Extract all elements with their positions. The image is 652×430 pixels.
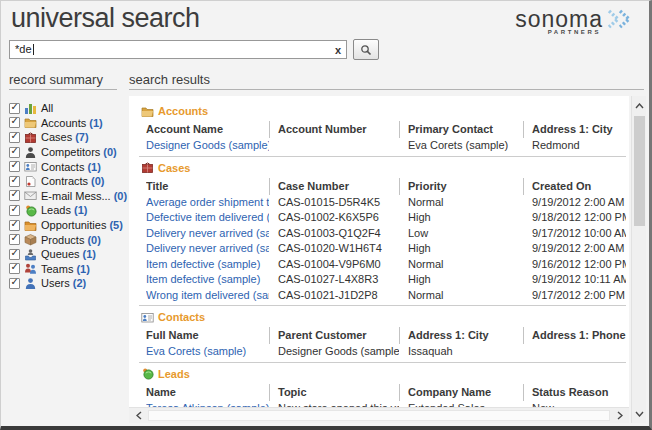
section-title: Cases xyxy=(158,162,190,174)
result-cell: Normal xyxy=(399,257,523,273)
sidebar-item-count: (0) xyxy=(87,234,100,246)
horizontal-scrollbar[interactable] xyxy=(129,407,629,423)
sidebar-item-products[interactable]: Products (0) xyxy=(9,232,127,247)
search-query-text: *de xyxy=(15,43,32,55)
users-checkbox[interactable] xyxy=(9,278,20,289)
queues-icon xyxy=(24,248,37,261)
result-cell: CAS-01021-J1D2P8 xyxy=(269,288,399,304)
logo-text: sonoma xyxy=(515,8,603,30)
email-icon xyxy=(24,189,37,202)
teams-checkbox[interactable] xyxy=(9,263,20,274)
sidebar-item-accounts[interactable]: Accounts (1) xyxy=(9,116,127,131)
products-icon xyxy=(24,233,37,246)
users-icon xyxy=(24,277,37,290)
queues-checkbox[interactable] xyxy=(9,249,20,260)
record-summary-heading: record summary xyxy=(9,72,103,87)
sidebar-item-contracts[interactable]: Contracts (0) xyxy=(9,174,127,189)
sidebar-item-label: Queues xyxy=(41,248,80,260)
result-cell xyxy=(523,344,626,360)
sidebar-item-leads[interactable]: Leads (1) xyxy=(9,203,127,218)
result-link[interactable]: Delivery never arrived (sample) xyxy=(146,241,269,257)
sidebar-item-label: Cases xyxy=(41,131,72,143)
cases-icon xyxy=(24,131,37,144)
sidebar-item-label: Contacts xyxy=(41,161,84,173)
result-cell: CAS-01020-W1H6T4 xyxy=(269,241,399,257)
column-header: Address 1: City xyxy=(523,121,626,138)
result-cell: CAS-01015-D5R4K5 xyxy=(269,195,399,211)
result-cell: Designer Goods (sample) xyxy=(269,344,399,360)
result-link[interactable]: Item defective (sample) xyxy=(146,257,269,273)
cases-checkbox[interactable] xyxy=(9,132,20,143)
scroll-up-icon[interactable] xyxy=(632,98,647,113)
result-cell: CAS-01002-K6X5P6 xyxy=(269,210,399,226)
vertical-scrollbar[interactable] xyxy=(631,96,646,423)
leads-icon xyxy=(24,204,37,217)
search-results-panel: Accounts Account Name Account Number Pri… xyxy=(129,96,629,407)
competitors-checkbox[interactable] xyxy=(9,147,20,158)
sidebar-item-label: Teams xyxy=(41,263,73,275)
sidebar-item-users[interactable]: Users (2) xyxy=(9,276,127,291)
cases-section: Cases Title Case Number Priority Created… xyxy=(139,160,626,307)
result-cell: High xyxy=(399,210,523,226)
sidebar-item-label: Accounts xyxy=(41,117,86,129)
result-cell: 9/19/2012 10:11 AM xyxy=(523,272,626,288)
vertical-scroll-thumb[interactable] xyxy=(634,116,645,226)
opportunities-icon xyxy=(24,219,37,232)
result-link[interactable]: Defective item delivered (sample) xyxy=(146,210,269,226)
all-records-icon xyxy=(24,102,37,115)
result-cell: High xyxy=(399,241,523,257)
contacts-checkbox[interactable] xyxy=(9,161,20,172)
sidebar-item-contacts[interactable]: Contacts (1) xyxy=(9,159,127,174)
sidebar-item-label: E-mail Mess... xyxy=(41,190,111,202)
accounts-grid: Account Name Account Number Primary Cont… xyxy=(146,121,626,154)
sidebar-item-queues[interactable]: Queues (1) xyxy=(9,247,127,262)
app-window: universal search sonoma PARTNERS *de x r… xyxy=(0,0,652,430)
column-header: Status Reason xyxy=(523,384,626,401)
opportunities-checkbox[interactable] xyxy=(9,220,20,231)
result-link[interactable]: Delivery never arrived (sample) xyxy=(146,226,269,242)
result-link[interactable]: Item defective (sample) xyxy=(146,272,269,288)
contracts-checkbox[interactable] xyxy=(9,176,20,187)
search-button[interactable] xyxy=(353,39,379,60)
result-link[interactable]: Wrong item delivered (sample) xyxy=(146,288,269,304)
sidebar-item-opportunities[interactable]: Opportunities (5) xyxy=(9,218,127,233)
result-link[interactable]: Designer Goods (sample) xyxy=(146,138,269,154)
scroll-left-icon[interactable] xyxy=(131,408,146,423)
all-checkbox[interactable] xyxy=(9,103,20,114)
scroll-right-icon[interactable] xyxy=(612,408,627,423)
sidebar-item-email-messages[interactable]: E-mail Mess... (0) xyxy=(9,189,127,204)
result-link[interactable]: Eva Corets (sample) xyxy=(146,344,269,360)
sidebar-item-count: (1) xyxy=(83,248,96,260)
scroll-down-icon[interactable] xyxy=(632,406,647,421)
clear-search-icon[interactable]: x xyxy=(335,42,341,58)
text-caret xyxy=(33,44,34,55)
sidebar-item-competitors[interactable]: Competitors (0) xyxy=(9,145,127,160)
leads-checkbox[interactable] xyxy=(9,205,20,216)
column-header: Name xyxy=(146,384,269,401)
contacts-grid: Full Name Parent Customer Address 1: Cit… xyxy=(146,327,626,360)
sidebar-item-count: (7) xyxy=(75,131,88,143)
sidebar-item-label: Leads xyxy=(41,204,71,216)
result-link[interactable]: Average order shipment time (sa... xyxy=(146,195,269,211)
sidebar-item-count: (1) xyxy=(89,117,102,129)
result-cell: Normal xyxy=(399,195,523,211)
accounts-checkbox[interactable] xyxy=(9,117,20,128)
horizontal-scroll-thumb[interactable] xyxy=(148,410,610,421)
products-checkbox[interactable] xyxy=(9,234,20,245)
result-cell: CAS-01003-Q1Q2F4 xyxy=(269,226,399,242)
sidebar-item-teams[interactable]: Teams (1) xyxy=(9,262,127,277)
sidebar-item-cases[interactable]: Cases (7) xyxy=(9,130,127,145)
sidebar-item-all[interactable]: All xyxy=(9,101,127,116)
email-messages-checkbox[interactable] xyxy=(9,190,20,201)
result-cell xyxy=(269,138,399,154)
column-header: Full Name xyxy=(146,327,269,344)
accounts-icon xyxy=(141,105,154,118)
sidebar-item-label: All xyxy=(41,102,53,114)
search-input[interactable]: *de x xyxy=(9,40,347,59)
section-title: Contacts xyxy=(158,311,205,323)
sidebar-item-count: (1) xyxy=(76,263,89,275)
column-header: Primary Contact xyxy=(399,121,523,138)
result-cell: 9/17/2012 10:00 AM xyxy=(523,226,626,242)
column-header: Created On xyxy=(523,178,626,195)
column-header: Case Number xyxy=(269,178,399,195)
